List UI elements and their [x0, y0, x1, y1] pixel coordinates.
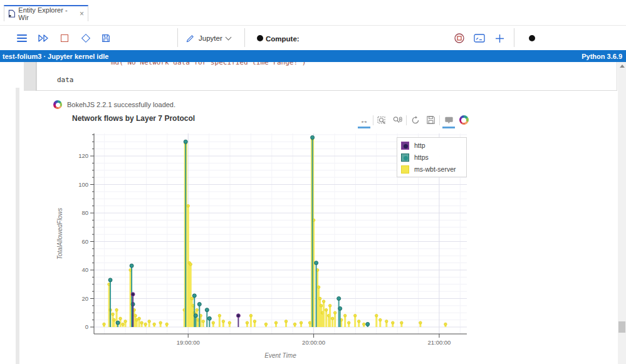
- terminal-icon[interactable]: [472, 31, 486, 45]
- tab-title: Entity Explorer - Wir: [18, 6, 76, 21]
- code-line: data: [57, 76, 74, 84]
- svg-text:100: 100: [78, 181, 88, 188]
- svg-text:20:00:00: 20:00:00: [302, 339, 325, 346]
- notebook-content: md('No Network data for specified time r…: [0, 62, 626, 364]
- chart-legend: httphttpsms-wbt-server: [397, 137, 467, 177]
- hamburger-icon: [17, 34, 27, 42]
- svg-text:19:00:00: 19:00:00: [177, 339, 200, 346]
- tab-close-icon[interactable]: ×: [80, 9, 84, 18]
- menu-icon[interactable]: [15, 31, 29, 45]
- legend-swatch: [401, 142, 409, 150]
- legend-swatch: [401, 165, 409, 174]
- clear-outputs-icon[interactable]: [79, 31, 93, 45]
- svg-text:20: 20: [81, 295, 88, 302]
- network-flows-chart: Network flows by Layer 7 Protocol ↔: [53, 113, 479, 363]
- stop-compute-icon[interactable]: [452, 31, 466, 45]
- compute-status-dot: [253, 31, 267, 45]
- bokeh-logo-icon[interactable]: [457, 113, 471, 127]
- svg-text:40: 40: [81, 266, 88, 273]
- cell-margin-strip: [16, 88, 19, 364]
- notebook-toolbar: Jupyter Compute: test-folium3 - Running …: [0, 26, 626, 50]
- kernel-status-dot: [525, 31, 539, 45]
- box-zoom-icon[interactable]: [375, 113, 389, 127]
- chevron-down-icon: [225, 34, 231, 41]
- legend-label: https: [414, 153, 429, 161]
- scrollbar-thumb[interactable]: [618, 321, 625, 333]
- tab-bar: Entity Explorer - Wir ×: [0, 0, 626, 26]
- floppy-icon: [101, 33, 111, 43]
- toolbar-separator: [177, 28, 178, 47]
- pencil-icon: [185, 34, 195, 43]
- bokeh-toolbar-separator: [406, 115, 407, 125]
- plus-icon: [495, 34, 504, 43]
- kernel-status-bar: test-folium3 · Jupyter kernel idle Pytho…: [0, 50, 626, 62]
- terminal-window-icon: [474, 34, 485, 43]
- toolbar-separator: [244, 28, 245, 47]
- chart-title: Network flows by Layer 7 Protocol: [72, 114, 195, 123]
- compute-label: Compute:: [266, 35, 300, 43]
- bokeh-toolbar-separator: [439, 115, 440, 125]
- cell-gutter: [24, 62, 36, 91]
- stop-square-icon: [61, 34, 68, 42]
- legend-item-https: https: [401, 152, 462, 162]
- notebook-file-icon: [8, 9, 15, 18]
- wheel-zoom-icon[interactable]: [390, 113, 404, 127]
- bokeh-loaded-text: BokehJS 2.2.1 successfully loaded.: [67, 101, 175, 108]
- svg-text:80: 80: [81, 209, 88, 216]
- pan-icon[interactable]: ↔: [357, 113, 371, 127]
- kernel-status-text: test-folium3 · Jupyter kernel idle: [0, 53, 108, 60]
- bokeh-toolbar-separator: [373, 115, 373, 125]
- legend-swatch: [401, 153, 409, 162]
- bokeh-logo-icon: [53, 100, 62, 109]
- double-play-icon: [38, 34, 49, 43]
- legend-item-http: http: [401, 140, 462, 150]
- bokeh-toolbar: ↔: [357, 113, 471, 127]
- jupyter-menu[interactable]: Jupyter: [185, 31, 248, 45]
- code-cell[interactable]: md('No Network data for specified time r…: [36, 62, 617, 91]
- vertical-scrollbar[interactable]: [618, 62, 626, 364]
- diamond-icon: [81, 34, 90, 43]
- legend-item-ms-wbt-server: ms-wbt-server: [401, 164, 462, 174]
- svg-text:Event Time: Event Time: [264, 352, 296, 359]
- add-compute-icon[interactable]: [493, 31, 506, 45]
- save-plot-icon[interactable]: [424, 113, 437, 127]
- stop-circle-icon: [454, 33, 465, 44]
- bokeh-loaded-row: BokehJS 2.2.1 successfully loaded.: [53, 100, 175, 109]
- jupyter-label: Jupyter: [199, 34, 222, 42]
- svg-text:60: 60: [81, 238, 88, 245]
- run-all-icon[interactable]: [36, 31, 50, 45]
- toolbar-separator: [514, 28, 514, 47]
- interrupt-icon[interactable]: [58, 31, 71, 45]
- legend-label: ms-wbt-server: [414, 165, 456, 173]
- hover-icon[interactable]: [442, 113, 456, 127]
- python-version-text: Python 3.6.9: [582, 53, 626, 60]
- svg-text:120: 120: [78, 152, 88, 159]
- tab-entity-explorer[interactable]: Entity Explorer - Wir ×: [4, 5, 88, 21]
- clipped-code-line: md('No Network data for specified time r…: [111, 62, 306, 66]
- svg-text:21:00:00: 21:00:00: [427, 339, 451, 346]
- legend-label: http: [414, 142, 425, 149]
- reset-icon[interactable]: [409, 113, 422, 127]
- svg-text:0: 0: [85, 323, 88, 330]
- save-notebook-icon[interactable]: [99, 31, 113, 45]
- scroll-up-icon[interactable]: [620, 65, 625, 68]
- svg-text:TotalAllowedFlows: TotalAllowedFlows: [56, 208, 63, 259]
